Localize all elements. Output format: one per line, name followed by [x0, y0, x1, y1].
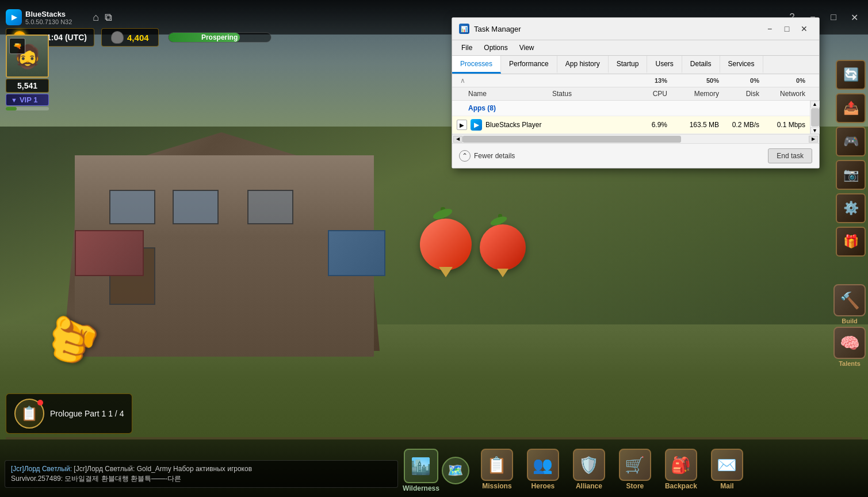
- h-scroll-right[interactable]: ▶: [809, 136, 818, 143]
- skull-icon: [111, 31, 124, 44]
- prologue-icon: 📋: [14, 399, 44, 429]
- backpack-label: Backpack: [665, 482, 697, 490]
- tm-mem-pct: 50%: [667, 77, 719, 84]
- tm-options-menu[interactable]: Options: [478, 41, 513, 54]
- tab-processes[interactable]: Processes: [452, 56, 501, 74]
- store-icon: 🛒: [619, 449, 651, 481]
- h-scroll-left[interactable]: ◀: [453, 136, 462, 143]
- tab-performance[interactable]: Performance: [501, 56, 557, 74]
- tm-apps-section: Apps (8): [452, 101, 810, 116]
- heroes-button[interactable]: 👥 Heroes: [520, 446, 566, 492]
- right-button-1[interactable]: 🔄: [836, 60, 866, 90]
- build-button[interactable]: 🔨 Build: [833, 284, 866, 324]
- store-label: Store: [626, 482, 644, 490]
- tm-maximize-button[interactable]: □: [779, 22, 795, 35]
- xp-bar: [6, 107, 49, 110]
- tm-column-labels: Name Status CPU Memory Disk Network: [452, 87, 819, 101]
- chat-line-2: Survivor.257489: 모바일결제 환블대행 환블특——-다른: [11, 474, 392, 484]
- tm-disk-pct: 0%: [719, 77, 759, 84]
- tm-net-col-label[interactable]: Network: [759, 90, 805, 98]
- task-manager-window: 📊 Task Manager − □ ✕ File Options View P…: [452, 17, 820, 169]
- alliance-button[interactable]: 🛡️ Alliance: [566, 446, 612, 492]
- wilderness-button[interactable]: 🏙️ Wilderness: [403, 449, 439, 492]
- tm-close-button[interactable]: ✕: [796, 22, 812, 35]
- talents-label: Talents: [839, 360, 861, 367]
- prologue-notification: [37, 400, 43, 406]
- backpack-icon: 🎒: [665, 449, 697, 481]
- expand-button[interactable]: ▶: [457, 120, 467, 130]
- scroll-down-arrow[interactable]: ▼: [810, 127, 820, 134]
- tm-net-pct: 0%: [759, 77, 805, 84]
- fewer-details-button[interactable]: ⌃ Fewer details: [459, 150, 515, 162]
- tab-services[interactable]: Services: [720, 56, 763, 74]
- tm-window-controls: − □ ✕: [762, 22, 812, 35]
- status-text: Prospering: [201, 33, 238, 41]
- right-actions: 🔨 Build 🧠 Talents: [831, 282, 868, 369]
- wilderness-label: Wilderness: [403, 484, 439, 492]
- app-process-network: 0.1 Mbps: [759, 121, 805, 129]
- fewer-details-icon: ⌃: [459, 150, 471, 162]
- map-button[interactable]: 🗺️: [442, 457, 469, 484]
- tm-scrollbar[interactable]: ▲ ▼: [810, 101, 819, 134]
- table-row[interactable]: ▶ ▶ BlueStacks Player 6.9% 163.5 MB 0.2 …: [452, 116, 810, 134]
- talents-button[interactable]: 🧠 Talents: [833, 327, 866, 367]
- app-process-cpu: 6.9%: [621, 121, 667, 129]
- tm-disk-col-label[interactable]: Disk: [719, 90, 759, 98]
- tab-app-history[interactable]: App history: [557, 56, 609, 74]
- tm-footer: ⌃ Fewer details End task: [452, 143, 819, 168]
- scroll-thumb[interactable]: [811, 108, 819, 127]
- missions-label: Missions: [482, 482, 511, 490]
- chat-bubble: [Jcr]Лорд Светлый: [Jcr]Лорд Светлый: Go…: [5, 460, 398, 488]
- tab-startup[interactable]: Startup: [609, 56, 648, 74]
- app-process-name: BlueStacks Player: [485, 121, 552, 129]
- tm-list-area: Apps (8) ▶ ▶ BlueStacks Player 6.9% 163.…: [452, 101, 819, 134]
- right-button-6[interactable]: 🎁: [836, 227, 866, 257]
- prologue-panel[interactable]: 📋 Prologue Part 1 1 / 4: [6, 393, 132, 434]
- tm-mem-col-label[interactable]: Memory: [667, 90, 719, 98]
- store-button[interactable]: 🛒 Store: [612, 446, 658, 492]
- tm-name-col-label[interactable]: Name: [468, 90, 552, 98]
- tm-title-left: 📊 Task Manager: [459, 24, 521, 34]
- backpack-button[interactable]: 🎒 Backpack: [658, 446, 704, 492]
- status-bar-fill: Prospering: [168, 32, 272, 43]
- player-avatar[interactable]: 🧔 🔫: [6, 35, 49, 78]
- mail-label: Mail: [720, 482, 733, 490]
- h-scroll-thumb[interactable]: [462, 136, 681, 143]
- bottom-nav: 📋 Missions 👥 Heroes 🛡️ Alliance 🛒 Store …: [474, 446, 756, 492]
- right-panel: 🔄 📤 🎮 📷 ⚙️ 🎁: [833, 58, 868, 259]
- player-panel[interactable]: 🧔 🔫 5,541 ▼ VIP 1: [6, 35, 49, 110]
- tm-view-menu[interactable]: View: [514, 41, 540, 54]
- mail-icon: ✉️: [711, 449, 743, 481]
- build-label: Build: [842, 318, 858, 324]
- bluestacks-player-icon: ▶: [471, 119, 482, 131]
- wilderness-icon: 🏙️: [404, 449, 438, 483]
- tm-titlebar: 📊 Task Manager − □ ✕: [452, 18, 819, 40]
- right-button-4[interactable]: 📷: [836, 160, 866, 190]
- tm-minimize-button[interactable]: −: [762, 22, 778, 35]
- tm-status-col-label[interactable]: Status: [552, 90, 621, 98]
- bottom-bar: [Jcr]Лорд Светлый: [Jcr]Лорд Светлый: Go…: [0, 439, 868, 497]
- tab-details[interactable]: Details: [682, 56, 720, 74]
- tm-cpu-pct: 13%: [621, 77, 667, 84]
- right-button-5[interactable]: ⚙️: [836, 193, 866, 223]
- right-button-2[interactable]: 📤: [836, 93, 866, 123]
- right-button-3[interactable]: 🎮: [836, 127, 866, 156]
- tm-title-icon: 📊: [459, 24, 469, 34]
- mail-button[interactable]: ✉️ Mail: [704, 446, 750, 492]
- tm-menubar: File Options View: [452, 40, 819, 56]
- tm-list-inner: Apps (8) ▶ ▶ BlueStacks Player 6.9% 163.…: [452, 101, 819, 134]
- end-task-button[interactable]: End task: [768, 148, 812, 163]
- heroes-label: Heroes: [531, 482, 555, 490]
- tm-cpu-col-label[interactable]: CPU: [621, 90, 667, 98]
- heroes-icon: 👥: [527, 449, 559, 481]
- scroll-up-arrow[interactable]: ▲: [810, 101, 820, 108]
- tm-h-scrollbar[interactable]: ◀ ▶: [452, 134, 819, 143]
- tm-col-sort-row: ∧ 13% 50% 0% 0%: [452, 74, 819, 87]
- app-process-memory: 163.5 MB: [667, 121, 719, 129]
- tm-file-menu[interactable]: File: [456, 41, 478, 54]
- tab-users[interactable]: Users: [647, 56, 682, 74]
- missions-button[interactable]: 📋 Missions: [474, 446, 520, 492]
- tm-tabs: Processes Performance App history Startu…: [452, 56, 819, 74]
- build-icon: 🔨: [833, 284, 866, 316]
- combat-icon: 🔫: [9, 38, 25, 54]
